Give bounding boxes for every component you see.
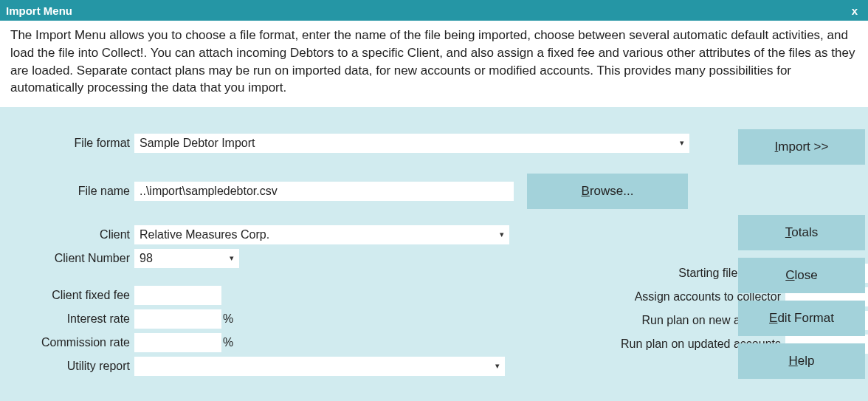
commission-rate-input[interactable] bbox=[134, 333, 221, 352]
side-buttons: Import >> Totals Close Edit Format Help bbox=[738, 129, 865, 386]
close-button[interactable]: Close bbox=[738, 258, 865, 293]
client-number-select[interactable] bbox=[134, 249, 239, 268]
file-format-label: File format bbox=[10, 137, 134, 150]
interest-rate-input[interactable] bbox=[134, 309, 221, 329]
percent-symbol-2: % bbox=[221, 336, 236, 349]
client-number-label: Client Number bbox=[10, 252, 134, 265]
form-area: File format File name BBrowse...rowse...… bbox=[0, 107, 868, 401]
percent-symbol: % bbox=[221, 312, 236, 326]
utility-report-label: Utility report bbox=[10, 360, 134, 373]
file-name-label: File name bbox=[10, 185, 134, 198]
client-fixed-fee-input[interactable] bbox=[134, 286, 221, 305]
utility-report-select[interactable] bbox=[134, 357, 505, 376]
close-icon[interactable]: x bbox=[847, 4, 862, 17]
client-select[interactable] bbox=[134, 225, 509, 244]
description-text: The Import Menu allows you to choose a f… bbox=[0, 21, 868, 107]
import-button[interactable]: Import >> bbox=[738, 129, 865, 165]
file-name-input[interactable] bbox=[134, 182, 514, 201]
window-title: Import Menu bbox=[6, 4, 72, 17]
titlebar: Import Menu x bbox=[0, 0, 868, 21]
file-format-select[interactable] bbox=[134, 134, 689, 153]
edit-format-button[interactable]: Edit Format bbox=[738, 301, 865, 336]
client-label: Client bbox=[10, 228, 134, 241]
help-button[interactable]: Help bbox=[738, 343, 865, 379]
interest-rate-label: Interest rate bbox=[10, 312, 134, 326]
totals-button[interactable]: Totals bbox=[738, 215, 865, 250]
browse-button[interactable]: BBrowse...rowse... bbox=[527, 174, 688, 209]
commission-rate-label: Commission rate bbox=[10, 336, 134, 349]
client-fixed-fee-label: Client fixed fee bbox=[10, 289, 134, 302]
